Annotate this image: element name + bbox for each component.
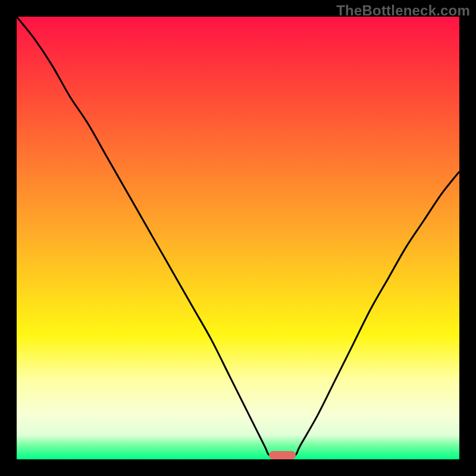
bottleneck-chart	[17, 17, 459, 459]
optimal-range-marker	[269, 451, 296, 459]
chart-frame	[17, 17, 459, 459]
watermark-text: TheBottleneck.com	[336, 2, 470, 19]
